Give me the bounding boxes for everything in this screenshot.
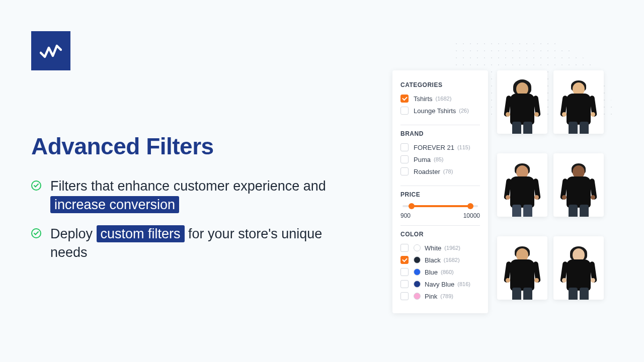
filter-count: (78) <box>443 168 453 174</box>
checkbox[interactable] <box>400 155 409 163</box>
filter-count: (1962) <box>444 245 460 251</box>
filter-item[interactable]: Tshirts(1682) <box>400 95 480 103</box>
section-title: COLOR <box>400 231 480 238</box>
filter-count: (1682) <box>444 257 460 263</box>
filter-count: (860) <box>441 269 454 275</box>
preview-panel: CATEGORIES Tshirts(1682)Lounge Tshirts(2… <box>392 70 604 313</box>
filter-label: FOREVER 21 <box>414 144 454 151</box>
color-swatch <box>414 244 421 251</box>
checkbox[interactable] <box>400 268 409 276</box>
filter-label: Black <box>425 256 441 264</box>
color-swatch <box>414 256 421 263</box>
bullet-row: Filters that enhance customer experience… <box>31 177 343 215</box>
color-swatch <box>414 268 421 276</box>
filter-item[interactable]: Navy Blue(816) <box>400 280 480 288</box>
filter-label: Puma <box>414 156 431 163</box>
filter-item[interactable]: Blue(860) <box>400 268 480 276</box>
filter-section-categories: CATEGORIES Tshirts(1682)Lounge Tshirts(2… <box>400 81 480 125</box>
highlight: custom filters <box>97 225 185 242</box>
filter-label: Roadster <box>414 168 440 175</box>
product-card[interactable] <box>497 70 547 134</box>
check-icon <box>31 228 41 238</box>
color-swatch <box>414 293 421 300</box>
check-icon <box>31 180 41 191</box>
filter-item[interactable]: Lounge Tshirts(26) <box>400 107 480 115</box>
filter-count: (115) <box>457 144 470 150</box>
filter-label: Navy Blue <box>425 281 454 288</box>
filter-label: Blue <box>425 268 438 276</box>
product-card[interactable] <box>553 153 604 217</box>
filter-label: White <box>425 244 441 252</box>
section-title: CATEGORIES <box>400 81 480 88</box>
checkbox[interactable] <box>400 244 409 252</box>
product-card[interactable] <box>497 153 547 217</box>
slider-thumb-min[interactable] <box>409 203 415 209</box>
checkbox[interactable] <box>400 280 409 288</box>
checkbox[interactable] <box>400 95 409 103</box>
section-title: BRAND <box>400 130 480 137</box>
filter-count: (26) <box>459 108 469 114</box>
filter-count: (85) <box>434 156 444 162</box>
filter-item[interactable]: FOREVER 21(115) <box>400 143 480 151</box>
price-min: 900 <box>400 212 411 219</box>
checkbox[interactable] <box>400 292 409 300</box>
filter-section-color: COLOR White(1962)Black(1682)Blue(860)Nav… <box>400 231 480 300</box>
page-title: Advanced Filters <box>31 133 343 160</box>
filter-label: Tshirts <box>414 95 433 103</box>
bullet-text: Deploy custom filters for your store's u… <box>50 225 343 262</box>
filter-panel: CATEGORIES Tshirts(1682)Lounge Tshirts(2… <box>392 70 488 313</box>
filter-count: (1682) <box>436 96 452 102</box>
brand-logo <box>31 31 70 70</box>
bullet-row: Deploy custom filters for your store's u… <box>31 225 343 262</box>
product-card[interactable] <box>553 236 604 300</box>
main-content: Advanced Filters Filters that enhance cu… <box>31 133 343 272</box>
checkbox[interactable] <box>400 256 409 264</box>
bullet-text: Filters that enhance customer experience… <box>50 177 343 215</box>
product-card[interactable] <box>497 236 547 300</box>
highlight: increase conversion <box>50 196 179 213</box>
filter-label: Pink <box>425 293 437 300</box>
filter-section-price: PRICE 900 10000 <box>400 191 480 226</box>
filter-section-brand: BRAND FOREVER 21(115)Puma(85)Roadster(78… <box>400 130 480 186</box>
filter-item[interactable]: Roadster(78) <box>400 167 480 175</box>
logo-icon <box>40 43 62 59</box>
price-slider[interactable] <box>403 205 478 207</box>
filter-item[interactable]: White(1962) <box>400 244 480 252</box>
checkbox[interactable] <box>400 143 409 151</box>
checkbox[interactable] <box>400 107 409 115</box>
section-title: PRICE <box>400 191 480 198</box>
product-grid <box>497 70 604 313</box>
filter-item[interactable]: Black(1682) <box>400 256 480 264</box>
price-max: 10000 <box>463 212 480 219</box>
product-card[interactable] <box>553 70 604 134</box>
checkbox[interactable] <box>400 167 409 175</box>
filter-count: (816) <box>457 281 470 287</box>
filter-item[interactable]: Pink(789) <box>400 292 480 300</box>
slider-thumb-max[interactable] <box>467 203 473 209</box>
color-swatch <box>414 281 421 288</box>
filter-label: Lounge Tshirts <box>414 107 456 115</box>
filter-item[interactable]: Puma(85) <box>400 155 480 163</box>
filter-count: (789) <box>440 293 453 299</box>
